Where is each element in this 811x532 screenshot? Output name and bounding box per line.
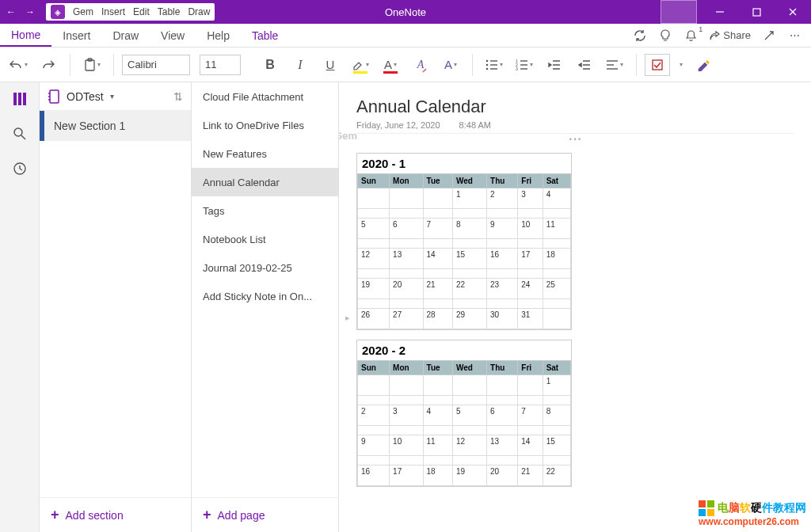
- calendar-cell[interactable]: 9: [358, 435, 390, 456]
- calendar-cell[interactable]: 11: [543, 218, 570, 239]
- page-item[interactable]: Notebook List: [192, 225, 338, 253]
- calendar-cell[interactable]: 18: [543, 249, 570, 269]
- window-close-icon[interactable]: [775, 0, 811, 24]
- styles-button[interactable]: A▾: [437, 51, 464, 78]
- calendar-cell[interactable]: 5: [358, 218, 390, 239]
- window-maximize-icon[interactable]: [738, 0, 775, 24]
- lightbulb-icon[interactable]: [658, 28, 672, 43]
- calendar-cell[interactable]: 26: [358, 309, 390, 329]
- share-button[interactable]: Share: [709, 29, 751, 41]
- calendar-cell[interactable]: 23: [487, 279, 518, 299]
- calendar-cell[interactable]: 5: [453, 405, 487, 426]
- page-item[interactable]: Link to OneDrive Files: [192, 111, 338, 139]
- calendar-cell[interactable]: 22: [543, 466, 570, 486]
- collapse-icon[interactable]: ▸: [345, 313, 350, 323]
- calendar-cell[interactable]: 11: [423, 435, 452, 456]
- calendar-cell[interactable]: [453, 375, 487, 396]
- calendar-cell[interactable]: 7: [518, 405, 543, 426]
- calendar-cell[interactable]: [423, 188, 452, 209]
- calendar-cell[interactable]: 28: [423, 309, 452, 329]
- calendar-cell[interactable]: 19: [453, 466, 487, 486]
- calendar-cell[interactable]: 3: [518, 188, 543, 209]
- nav-forward-icon[interactable]: →: [25, 6, 35, 17]
- calendar-cell[interactable]: 4: [543, 188, 570, 209]
- gem-brand-label[interactable]: Gem: [73, 6, 93, 17]
- bell-icon[interactable]: [683, 28, 698, 43]
- user-block[interactable]: [661, 0, 697, 24]
- calendar-cell[interactable]: 7: [423, 218, 452, 239]
- align-button[interactable]: ▾: [601, 51, 628, 78]
- calendar-cell[interactable]: 13: [487, 435, 518, 456]
- calendar-cell[interactable]: 3: [390, 405, 423, 426]
- calendar-cell[interactable]: 19: [358, 279, 390, 299]
- calendar-cell[interactable]: 25: [543, 279, 570, 299]
- add-page-button[interactable]: +Add page: [192, 497, 338, 532]
- more-icon[interactable]: ⋯: [787, 28, 801, 43]
- gem-edit[interactable]: Edit: [133, 6, 150, 17]
- page-item[interactable]: Tags: [192, 196, 338, 225]
- calendar-cell[interactable]: 12: [358, 249, 390, 269]
- underline-button[interactable]: U: [317, 51, 344, 78]
- window-minimize-icon[interactable]: [702, 0, 738, 24]
- calendar-cell[interactable]: 21: [518, 466, 543, 486]
- calendar-cell[interactable]: 1: [543, 375, 570, 396]
- calendar-cell[interactable]: 24: [518, 279, 543, 299]
- font-size-input[interactable]: 11: [200, 55, 241, 75]
- sort-icon[interactable]: ⇅: [173, 90, 183, 103]
- calendar-cell[interactable]: 20: [390, 279, 423, 299]
- tab-draw[interactable]: Draw: [101, 24, 150, 47]
- sync-icon[interactable]: [633, 28, 647, 43]
- italic-button[interactable]: I: [287, 51, 314, 78]
- calendar-cell[interactable]: 17: [390, 466, 423, 486]
- calendar-cell[interactable]: 8: [453, 218, 487, 239]
- tab-insert[interactable]: Insert: [51, 24, 101, 47]
- calendar-cell[interactable]: [423, 375, 452, 396]
- calendar-cell[interactable]: 13: [390, 249, 423, 269]
- page-item[interactable]: Add Sticky Note in On...: [192, 282, 338, 310]
- todo-tag-button[interactable]: [645, 54, 670, 76]
- bullet-list-button[interactable]: ▾: [481, 51, 508, 78]
- font-color-button[interactable]: A▾: [377, 51, 404, 78]
- calendar-cell[interactable]: 14: [518, 435, 543, 456]
- tab-help[interactable]: Help: [196, 24, 241, 47]
- notebook-header[interactable]: ODTest ▾ ⇅: [40, 82, 191, 111]
- tab-view[interactable]: View: [150, 24, 196, 47]
- calendar-cell[interactable]: 1: [453, 188, 487, 209]
- clear-format-button[interactable]: A: [407, 51, 434, 78]
- outdent-button[interactable]: [541, 51, 568, 78]
- page-item[interactable]: New Features: [192, 139, 338, 168]
- page-item[interactable]: Cloud File Attachment: [192, 82, 338, 111]
- calendar-cell[interactable]: 20: [487, 466, 518, 486]
- calendar-cell[interactable]: 6: [390, 218, 423, 239]
- tab-home[interactable]: Home: [0, 24, 51, 47]
- number-list-button[interactable]: 123▾: [511, 51, 538, 78]
- calendar-cell[interactable]: 15: [543, 435, 570, 456]
- calendar-cell[interactable]: 29: [453, 309, 487, 329]
- calendar-cell[interactable]: 31: [518, 309, 543, 329]
- calendar-cell[interactable]: 16: [487, 249, 518, 269]
- gem-table[interactable]: Table: [158, 6, 181, 17]
- calendar-cell[interactable]: [487, 375, 518, 396]
- gem-draw[interactable]: Draw: [188, 6, 210, 17]
- page-content[interactable]: Annual Calendar Friday, June 12, 2020 8:…: [339, 82, 811, 532]
- tab-table-context[interactable]: Table: [241, 24, 289, 47]
- calendar-cell[interactable]: 8: [543, 405, 570, 426]
- tag-dropdown[interactable]: ▾: [673, 51, 687, 78]
- section-item[interactable]: New Section 1: [40, 111, 191, 141]
- calendar-cell[interactable]: 4: [423, 405, 452, 426]
- fullscreen-icon[interactable]: [762, 28, 776, 43]
- calendar-cell[interactable]: [358, 375, 390, 396]
- calendar-cell[interactable]: 2: [487, 188, 518, 209]
- calendar-cell[interactable]: 16: [358, 466, 390, 486]
- search-icon[interactable]: [11, 125, 29, 142]
- notebooks-icon[interactable]: [11, 90, 29, 108]
- calendar-cell[interactable]: 30: [487, 309, 518, 329]
- font-name-input[interactable]: Calibri: [122, 55, 190, 75]
- clipboard-button[interactable]: ▾: [78, 51, 105, 78]
- recent-icon[interactable]: [11, 160, 29, 177]
- calendar-cell[interactable]: 15: [453, 249, 487, 269]
- page-item[interactable]: Annual Calendar: [192, 168, 338, 196]
- nav-back-icon[interactable]: ←: [6, 6, 16, 17]
- calendar-cell[interactable]: 17: [518, 249, 543, 269]
- gem-brand-icon[interactable]: ◈: [51, 5, 65, 19]
